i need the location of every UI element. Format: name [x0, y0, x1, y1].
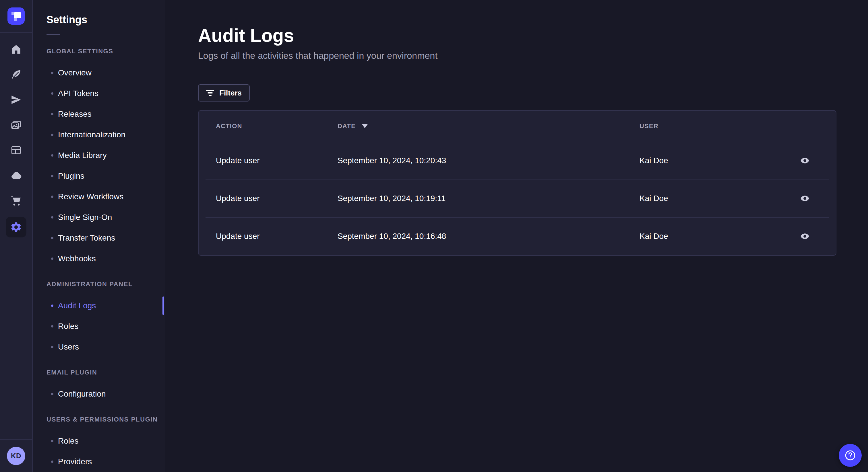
subnav-sections: Global SettingsOverviewAPI TokensRelease… [33, 47, 165, 472]
question-mark-icon [844, 449, 857, 462]
bullet-icon [51, 237, 53, 239]
subnav-item-api-tokens[interactable]: API Tokens [33, 83, 165, 104]
paper-plane-icon[interactable] [7, 91, 25, 109]
subnav-item-label: Audit Logs [58, 301, 96, 310]
subnav-item-label: Users [58, 342, 79, 351]
subnav-item-internationalization[interactable]: Internationalization [33, 125, 165, 145]
section-label: Email Plugin [33, 369, 165, 376]
eye-icon [800, 156, 810, 165]
subnav-item-releases[interactable]: Releases [33, 104, 165, 125]
section-label: Users & Permissions Plugin [33, 416, 165, 423]
help-button[interactable] [839, 444, 862, 467]
section-items: OverviewAPI TokensReleasesInternationali… [33, 63, 165, 269]
subnav-section-global-settings: Global SettingsOverviewAPI TokensRelease… [33, 47, 165, 269]
eye-icon [800, 231, 810, 241]
subnav-item-plugins[interactable]: Plugins [33, 166, 165, 187]
settings-gear-icon[interactable] [6, 217, 26, 237]
cell-date: September 10, 2024, 10:16:48 [338, 232, 640, 241]
strapi-logo-shape [14, 12, 21, 19]
bullet-icon [51, 92, 53, 95]
cell-user: Kai Doe [640, 194, 787, 203]
table-row[interactable]: Update userSeptember 10, 2024, 10:20:43K… [198, 142, 836, 179]
subnav-item-label: Roles [58, 322, 79, 331]
subnav-item-label: Providers [58, 457, 92, 466]
subnav-item-label: Plugins [58, 171, 84, 181]
subnav-item-roles[interactable]: Roles [33, 431, 165, 451]
section-items: Audit LogsRolesUsers [33, 295, 165, 357]
bullet-icon [51, 154, 53, 157]
bullet-icon [51, 440, 53, 442]
cell-action: Update user [216, 232, 338, 241]
media-library-icon[interactable] [7, 116, 25, 134]
bullet-icon [51, 393, 53, 395]
main-content: Audit Logs Logs of all the activities th… [166, 0, 868, 472]
cloud-icon[interactable] [7, 166, 25, 185]
cart-icon[interactable] [7, 192, 25, 210]
subnav-item-audit-logs[interactable]: Audit Logs [33, 295, 165, 316]
cell-date: September 10, 2024, 10:20:43 [338, 156, 640, 165]
bullet-icon [51, 258, 53, 260]
rail-header [0, 0, 32, 33]
user-avatar[interactable]: KD [7, 447, 25, 465]
column-header-action[interactable]: Action [216, 123, 338, 130]
table-row[interactable]: Update userSeptember 10, 2024, 10:19:11K… [198, 179, 836, 217]
table-body: Update userSeptember 10, 2024, 10:20:43K… [198, 142, 836, 255]
subnav-item-users[interactable]: Users [33, 337, 165, 357]
subnav-item-label: Transfer Tokens [58, 233, 115, 243]
subnav-item-single-sign-on[interactable]: Single Sign-On [33, 207, 165, 228]
page-subtitle: Logs of all the activities that happened… [198, 50, 836, 61]
table-row[interactable]: Update userSeptember 10, 2024, 10:16:48K… [198, 217, 836, 255]
strapi-logo-shape [14, 19, 17, 21]
subnav-item-configuration[interactable]: Configuration [33, 384, 165, 404]
subnav-item-label: Configuration [58, 390, 106, 399]
home-icon[interactable] [7, 40, 25, 59]
filters-button[interactable]: Filters [198, 84, 250, 102]
bullet-icon [51, 72, 53, 74]
view-log-button[interactable] [797, 191, 813, 206]
bullet-icon [51, 325, 53, 328]
cell-user: Kai Doe [640, 232, 787, 241]
bullet-icon [51, 134, 53, 136]
column-header-date[interactable]: Date [338, 123, 640, 130]
subnav-item-roles[interactable]: Roles [33, 316, 165, 337]
eye-icon [800, 194, 810, 203]
subnav-item-label: Overview [58, 68, 92, 77]
column-header-label: Date [338, 123, 355, 130]
bullet-icon [51, 175, 53, 177]
rail-icon-list [6, 33, 26, 439]
settings-subnav: Settings Global SettingsOverviewAPI Toke… [33, 0, 165, 472]
bullet-icon [51, 346, 53, 348]
bullet-icon [51, 113, 53, 115]
page-title: Audit Logs [198, 24, 836, 47]
subnav-title-rule [46, 34, 60, 35]
cell-action: Update user [216, 156, 338, 165]
table-header-row: ActionDateUser [198, 111, 836, 142]
subnav-item-review-workflows[interactable]: Review Workflows [33, 187, 165, 207]
strapi-logo[interactable] [7, 7, 25, 25]
subnav-item-media-library[interactable]: Media Library [33, 145, 165, 166]
subnav-item-transfer-tokens[interactable]: Transfer Tokens [33, 228, 165, 248]
feather-icon[interactable] [7, 65, 25, 84]
subnav-item-label: Webhooks [58, 254, 96, 263]
filters-button-label: Filters [219, 89, 242, 98]
subnav-item-label: API Tokens [58, 89, 98, 98]
subnav-item-providers[interactable]: Providers [33, 451, 165, 472]
strapi-admin-app: KD Settings Global SettingsOverviewAPI T… [0, 0, 868, 472]
main-nav-rail: KD [0, 0, 33, 472]
column-header-label: User [640, 123, 658, 130]
subnav-section-email-plugin: Email PluginConfiguration [33, 369, 165, 404]
view-log-button[interactable] [797, 228, 813, 244]
layout-icon[interactable] [7, 141, 25, 160]
audit-logs-table: ActionDateUser Update userSeptember 10, … [198, 110, 836, 256]
section-label: Administration Panel [33, 280, 165, 288]
subnav-item-label: Roles [58, 436, 79, 446]
view-log-button[interactable] [797, 153, 813, 169]
sort-desc-icon [362, 124, 368, 128]
subnav-item-label: Internationalization [58, 130, 125, 139]
subnav-item-webhooks[interactable]: Webhooks [33, 248, 165, 269]
section-items: Configuration [33, 384, 165, 404]
cell-user: Kai Doe [640, 156, 787, 165]
subnav-item-overview[interactable]: Overview [33, 63, 165, 83]
column-header-user[interactable]: User [640, 123, 787, 130]
bullet-icon [51, 196, 53, 198]
